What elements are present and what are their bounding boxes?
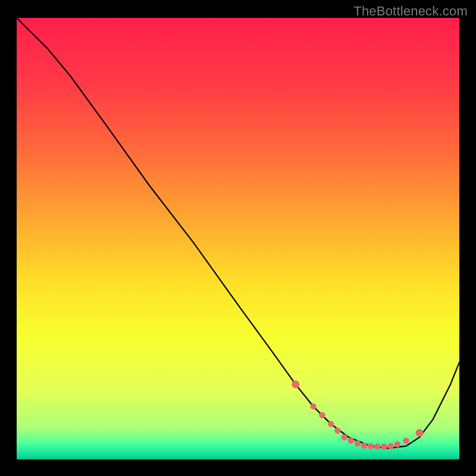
optimal-range-dot: [292, 380, 299, 388]
optimal-range-dot: [394, 441, 400, 447]
optimal-range-dot: [310, 403, 316, 409]
optimal-range-dot: [341, 434, 347, 440]
optimal-range-dot: [388, 443, 394, 449]
optimal-range-dot: [348, 438, 354, 444]
optimal-range-dot: [368, 443, 374, 449]
optimal-range-dot: [416, 429, 424, 437]
bottleneck-chart: [0, 0, 476, 476]
chart-container: TheBottleneck.com: [0, 0, 476, 476]
optimal-range-dot: [334, 428, 340, 434]
gradient-background: [17, 18, 459, 459]
optimal-range-dot: [374, 443, 380, 449]
optimal-range-dot: [403, 438, 409, 444]
optimal-range-dot: [319, 412, 325, 418]
optimal-range-dot: [361, 443, 367, 449]
optimal-range-dot: [328, 421, 334, 427]
optimal-range-dot: [381, 443, 387, 449]
optimal-range-dot: [355, 440, 361, 446]
